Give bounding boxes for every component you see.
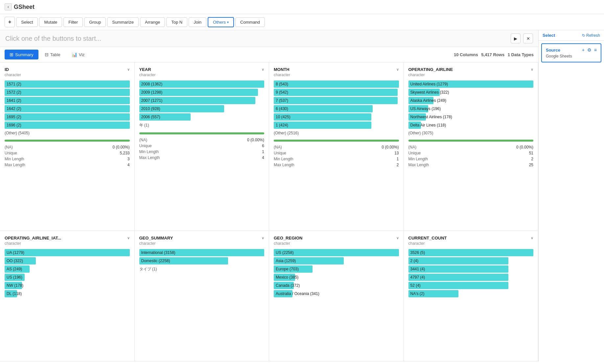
col-header-current-count: CURRENT_COUNT ∨ xyxy=(408,236,534,240)
col-card-operating-airline: OPERATING_AIRLINE ∨ character United Air… xyxy=(404,62,539,231)
bar-item: 52 (4) xyxy=(408,282,534,289)
filter-button[interactable]: Filter xyxy=(63,17,83,27)
plus-icon[interactable]: + xyxy=(582,47,585,53)
command-placeholder: Click one of the buttons to start... xyxy=(5,35,511,42)
toolbar: + Select Mutate Filter Group Summarize A… xyxy=(0,14,604,30)
col-card-id: ID ∨ character 1571 (2) 1572 (2) 1641 (2… xyxy=(0,62,135,231)
summary-grid: ID ∨ character 1571 (2) 1572 (2) 1641 (2… xyxy=(0,62,538,361)
bar-item: DL (118) xyxy=(5,290,130,297)
select-label[interactable]: Select xyxy=(543,33,555,38)
command-bar: Click one of the buttons to start... ▶ ✕ xyxy=(0,30,538,47)
menu-icon[interactable]: ≡ xyxy=(594,47,597,53)
bar-item: Delta Air Lines (118) xyxy=(408,122,534,129)
tab-table[interactable]: ⊟ Table xyxy=(40,50,65,59)
col-header-geo-region: GEO_REGION ∨ xyxy=(274,236,399,240)
bar-item: 1641 (2) xyxy=(5,97,130,104)
bar-item: 1696 (2) xyxy=(5,122,130,129)
source-title: Source xyxy=(546,48,560,53)
bar-item: US (196) xyxy=(5,274,130,281)
bar-item: 6 (430) xyxy=(274,105,399,112)
progress-bar xyxy=(408,140,534,142)
bar-item: US Airways (196) xyxy=(408,105,534,112)
col-card-geo-summary: GEO_SUMMARY ∨ character International (3… xyxy=(135,231,269,361)
tab-summary[interactable]: ⊞ Summary xyxy=(5,50,38,59)
bar-item: 9 (542) xyxy=(274,89,399,96)
col-card-year: YEAR ∨ character 2008 (1362) 2009 (1298)… xyxy=(135,62,269,231)
chevron-down-icon[interactable]: ∨ xyxy=(531,67,533,72)
viz-icon: 📊 xyxy=(72,52,77,57)
col-header-month: MONTH ∨ xyxy=(274,67,399,72)
right-panel: Select ↻ Refresh Source + ⚙ ≡ Google She… xyxy=(538,30,604,361)
bar-item: AS (249) xyxy=(5,265,130,273)
gear-icon[interactable]: ⚙ xyxy=(587,47,592,53)
col-header-airline-iat: OPERATING_AIRLINE_IAT... ∨ xyxy=(5,236,130,240)
command-button[interactable]: Command xyxy=(235,17,265,27)
bar-item: 1572 (2) xyxy=(5,89,130,96)
col-header-operating-airline: OPERATING_AIRLINE ∨ xyxy=(408,67,534,72)
summarize-button[interactable]: Summarize xyxy=(107,17,139,27)
join-button[interactable]: Join xyxy=(189,17,206,27)
col-card-geo-region: GEO_REGION ∨ character US (2258) Asia (1… xyxy=(269,231,404,361)
source-icons: + ⚙ ≡ xyxy=(582,47,597,53)
chevron-down-icon[interactable]: ∨ xyxy=(262,236,264,240)
bar-item: 2010 (928) xyxy=(139,105,265,112)
bar-item: 3526 (5) xyxy=(408,249,534,256)
progress-bar xyxy=(139,132,265,134)
bar-item: Asia (1259) xyxy=(274,257,399,264)
bar-item: 2009 (1298) xyxy=(139,89,265,96)
view-tabs: ⊞ Summary ⊟ Table 📊 Viz 10 Columns 5,417… xyxy=(0,47,538,62)
col-header-geo-summary: GEO_SUMMARY ∨ xyxy=(139,236,265,240)
bar-item: Alaska Airlines (249) xyxy=(408,97,534,104)
others-button[interactable]: Others ▾ xyxy=(208,17,234,27)
bar-item: 1695 (2) xyxy=(5,113,130,121)
bar-item: Domestic (2258) xyxy=(139,257,265,264)
chevron-down-icon[interactable]: ∨ xyxy=(531,236,533,240)
refresh-icon: ↻ xyxy=(582,33,585,38)
chevron-down-icon[interactable]: ∨ xyxy=(396,67,399,72)
bar-item: Canada (372) xyxy=(274,282,399,289)
right-panel-header: Select ↻ Refresh xyxy=(539,30,604,41)
bar-item: Mexico (385) xyxy=(274,274,399,281)
group-button[interactable]: Group xyxy=(84,17,106,27)
col-card-month: MONTH ∨ character 8 (543) 9 (542) 7 (537… xyxy=(269,62,404,231)
bar-item: 2007 (1271) xyxy=(139,97,265,104)
add-button[interactable]: + xyxy=(5,17,15,27)
bar-item: UA (1279) xyxy=(5,249,130,256)
main-container: Click one of the buttons to start... ▶ ✕… xyxy=(0,30,604,361)
bar-item: Europe (703) xyxy=(274,265,399,273)
bar-item: 4797 (4) xyxy=(408,274,534,281)
source-card: Source + ⚙ ≡ Google Sheets xyxy=(541,43,601,62)
app-title: GSheet xyxy=(14,4,35,11)
chevron-down-icon[interactable]: ∨ xyxy=(127,236,130,240)
content-area: Click one of the buttons to start... ▶ ✕… xyxy=(0,30,538,361)
chevron-down-icon: ▾ xyxy=(227,20,229,24)
run-button[interactable]: ▶ xyxy=(511,34,521,43)
close-button[interactable]: ✕ xyxy=(523,34,533,43)
bar-item: 2 (4) xyxy=(408,257,534,264)
col-card-current-count: CURRENT_COUNT ∨ character 3526 (5) 2 (4)… xyxy=(404,231,539,361)
table-icon: ⊟ xyxy=(45,52,49,57)
bar-item: 2006 (557) xyxy=(139,113,265,121)
tab-viz[interactable]: 📊 Viz xyxy=(67,50,90,59)
bar-item: 2008 (1362) xyxy=(139,80,265,88)
topn-button[interactable]: Top N xyxy=(166,17,187,27)
refresh-button[interactable]: ↻ Refresh xyxy=(582,33,600,38)
mutate-button[interactable]: Mutate xyxy=(39,17,62,27)
bar-item: 1642 (2) xyxy=(5,105,130,112)
select-button[interactable]: Select xyxy=(16,17,38,27)
source-card-header: Source + ⚙ ≡ xyxy=(546,47,597,53)
bar-item: NW (178) xyxy=(5,282,130,289)
chevron-down-icon[interactable]: ∨ xyxy=(127,67,130,72)
source-subtitle: Google Sheets xyxy=(546,54,597,58)
arrange-button[interactable]: Arrange xyxy=(140,17,165,27)
summary-icon: ⊞ xyxy=(10,52,13,57)
bar-item: 1 (424) xyxy=(274,122,399,129)
chevron-down-icon[interactable]: ∨ xyxy=(396,236,399,240)
bar-item: International (3158) xyxy=(139,249,265,256)
chevron-down-icon[interactable]: ∨ xyxy=(262,67,264,72)
bar-item: United Airlines (1279) xyxy=(408,80,534,88)
bar-item: Australia / Oceania (341) xyxy=(274,290,399,297)
back-button[interactable]: ‹ xyxy=(5,3,12,11)
col-header-year: YEAR ∨ xyxy=(139,67,265,72)
progress-bar xyxy=(274,140,399,142)
